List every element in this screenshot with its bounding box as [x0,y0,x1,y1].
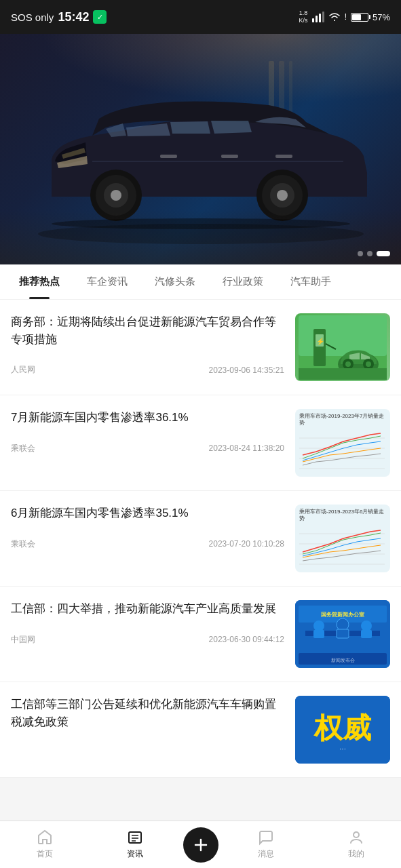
news-content-1: 商务部：近期将陆续出台促进新能源汽车贸易合作等专项措施 人民网 2023-09-… [11,313,284,376]
svg-rect-47 [313,630,324,638]
news-thumbnail-4: 国务院新闻办公室 新闻发布会 [295,600,390,668]
svg-rect-16 [160,155,177,158]
nav-add[interactable] [180,827,221,863]
network-speed: 1.8 K/s [299,9,308,24]
news-thumbnail-1: ⚡ [295,313,390,381]
news-title-3: 6月新能源车国内零售渗透率35.1% [11,505,284,522]
thumb-ev-image: ⚡ [295,313,390,381]
thumb-chart-image-3: 乘用车市场-2019-2023年6月销量走势 [295,505,390,572]
tab-policy[interactable]: 行业政策 [209,264,277,299]
person-icon [348,829,364,846]
tab-auto-company[interactable]: 车企资讯 [73,264,141,299]
news-item-4[interactable]: 工信部：四大举措，推动新能源汽车产业高质量发展 中国网 2023-06-30 0… [0,587,401,682]
svg-rect-18 [275,155,292,158]
tab-repair[interactable]: 汽修头条 [141,264,209,299]
svg-text:国务院新闻办公室: 国务院新闻办公室 [321,611,364,618]
news-title-1: 商务部：近期将陆续出台促进新能源汽车贸易合作等专项措施 [11,313,284,348]
svg-rect-49 [337,629,349,638]
nav-messages-label: 消息 [258,848,274,860]
news-source-3: 乘联会 [11,538,35,550]
news-meta-4: 中国网 2023-06-30 09:44:12 [11,634,284,646]
news-list: 商务部：近期将陆续出台促进新能源汽车贸易合作等专项措施 人民网 2023-09-… [0,300,401,778]
svg-rect-30 [299,368,387,380]
svg-point-63 [354,832,359,837]
news-time-2: 2023-08-24 11:38:20 [209,443,284,453]
news-item-2[interactable]: 7月新能源车国内零售渗透率36.1% 乘联会 2023-08-24 11:38:… [0,395,401,491]
svg-rect-37 [299,524,385,571]
news-item[interactable]: 商务部：近期将陆续出台促进新能源汽车贸易合作等专项措施 人民网 2023-09-… [0,300,401,395]
chart-svg-3 [299,524,385,571]
news-meta-3: 乘联会 2023-07-20 10:10:28 [11,538,284,550]
time-text: 15:42 [58,10,89,24]
battery-icon [351,13,368,22]
thumb-chart-image: 乘用车市场-2019-2023年7月销量走势 [295,409,390,477]
svg-rect-3 [322,12,324,22]
svg-point-27 [345,361,351,367]
thumb-press-image: 国务院新闻办公室 新闻发布会 [295,600,390,668]
news-meta-2: 乘联会 2023-08-24 11:38:20 [11,443,284,454]
nav-home[interactable]: 首页 [0,829,90,860]
wechat-icon: ✓ [93,10,107,24]
svg-rect-21 [299,315,387,356]
news-content-4: 工信部：四大举措，推动新能源汽车产业高质量发展 中国网 2023-06-30 0… [11,600,284,646]
news-time-4: 2023-06-30 09:44:12 [209,635,284,644]
signal-exclamation: ! [345,12,347,22]
bottom-navigation: 首页 资讯 消息 我的 [0,821,401,868]
message-icon [258,829,274,846]
news-icon [127,829,143,846]
news-item-3[interactable]: 6月新能源车国内零售渗透率35.1% 乘联会 2023-07-20 10:10:… [0,491,401,587]
nav-profile[interactable]: 我的 [311,829,401,860]
svg-text:权威: 权威 [313,713,372,744]
nav-news[interactable]: 资讯 [90,829,180,860]
wifi-icon [328,12,341,22]
news-thumbnail-5: 权威 ··· [295,696,390,764]
hero-banner [0,34,401,264]
ev-illustration: ⚡ [299,315,387,380]
news-item-5[interactable]: 工信部等三部门公告延续和优化新能源汽车车辆购置税减免政策 权威 ··· [0,682,401,778]
svg-point-11 [277,190,288,201]
news-title-5: 工信部等三部门公告延续和优化新能源汽车车辆购置税减免政策 [11,696,284,730]
svg-point-29 [366,361,371,367]
news-content-3: 6月新能源车国内零售渗透率35.1% 乘联会 2023-07-20 10:10:… [11,505,284,550]
svg-point-15 [111,190,121,201]
news-time-3: 2023-07-20 10:10:28 [209,539,284,549]
home-icon [37,829,53,846]
svg-rect-17 [221,155,238,158]
news-thumbnail-3: 乘用车市场-2019-2023年6月销量走势 [295,505,390,572]
news-title-4: 工信部：四大举措，推动新能源汽车产业高质量发展 [11,600,284,618]
svg-rect-0 [312,18,314,22]
status-left: SOS only 15:42 ✓ [11,10,107,24]
press-svg: 国务院新闻办公室 新闻发布会 [295,600,390,668]
svg-point-48 [337,618,349,631]
news-title-2: 7月新能源车国内零售渗透率36.1% [11,409,284,427]
news-source-1: 人民网 [11,364,35,376]
authority-svg: 权威 ··· [295,696,390,764]
svg-point-46 [313,620,324,631]
nav-messages[interactable]: 消息 [221,829,311,860]
svg-rect-2 [319,14,321,22]
add-button[interactable] [183,827,218,863]
status-right: 1.8 K/s ! 57% [299,9,390,24]
banner-dots [358,251,390,256]
nav-home-label: 首页 [37,848,53,860]
thumb-auth-image: 权威 ··· [295,696,390,764]
tab-assistant[interactable]: 汽车助手 [277,264,345,299]
banner-dot-2[interactable] [367,251,373,256]
news-time-1: 2023-09-06 14:35:21 [209,366,284,375]
svg-rect-51 [361,630,372,638]
battery-percent: 57% [373,12,390,22]
status-bar: SOS only 15:42 ✓ 1.8 K/s ! 57% [0,0,401,34]
banner-dot-3[interactable] [377,251,390,256]
news-source-4: 中国网 [11,634,35,646]
tab-recommend[interactable]: 推荐热点 [5,264,73,299]
chart-title-3: 乘用车市场-2019-2023年6月销量走势 [299,509,386,521]
nav-news-label: 资讯 [127,848,143,860]
svg-text:新闻发布会: 新闻发布会 [331,658,355,663]
svg-rect-32 [299,428,385,475]
signal-icon [312,12,324,22]
nav-tabs: 推荐热点 车企资讯 汽修头条 行业政策 汽车助手 [0,264,401,300]
svg-text:···: ··· [339,744,346,753]
svg-rect-1 [316,16,318,22]
news-meta-1: 人民网 2023-09-06 14:35:21 [11,364,284,376]
banner-dot-1[interactable] [358,251,363,256]
